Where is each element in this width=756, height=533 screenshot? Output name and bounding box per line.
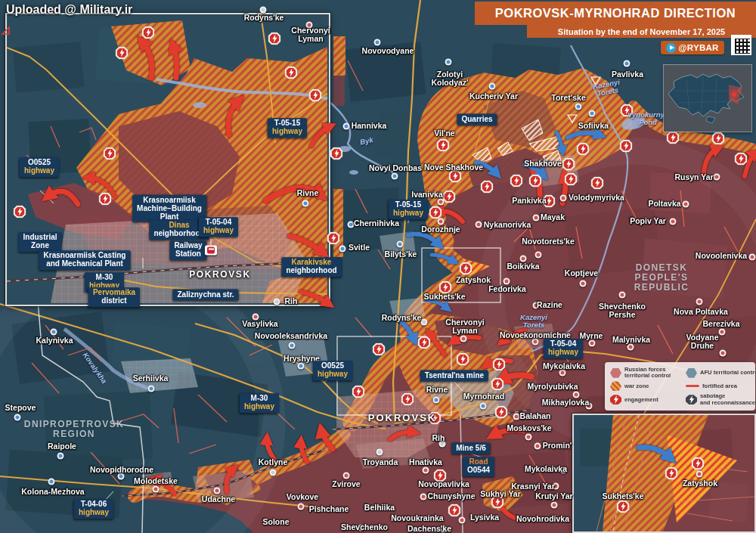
engagement-icon xyxy=(610,395,621,404)
legend-item: engagement xyxy=(610,393,681,406)
location-marker xyxy=(732,92,736,97)
rybar-badge[interactable]: @RYBAR xyxy=(661,41,724,54)
rybar-handle: @RYBAR xyxy=(678,43,718,52)
zatyshok-inset xyxy=(572,414,756,533)
russian-control-icon xyxy=(610,368,621,378)
map-title: POKROVSK-MYRNOHRAD DIRECTION xyxy=(495,6,736,20)
legend-label: sabotage and reconnaissance group xyxy=(700,393,756,405)
uploader-watermark: Uploaded @ Military.ir xyxy=(6,3,132,17)
ukraine-minimap xyxy=(664,65,751,132)
map-canvas[interactable]: Rodyns'keChervonyiLymanT-05-15highwayO05… xyxy=(0,0,756,533)
legend-item: AFU territorial control xyxy=(686,367,756,380)
legend-label: AFU territorial control xyxy=(700,370,756,376)
map-subtitle: Situation by the end of November 17, 202… xyxy=(558,27,725,36)
afu-control-icon xyxy=(686,368,697,378)
title-bar: POKROVSK-MYRNOHRAD DIRECTION xyxy=(475,2,756,25)
legend-item: sabotage and reconnaissance group xyxy=(686,393,756,406)
legend-label: Russian forces territorial control xyxy=(624,367,671,379)
qr-code xyxy=(731,35,751,55)
sabotage-group-icon xyxy=(686,395,697,404)
legend-label: engagement xyxy=(624,397,658,403)
watermark-triangle-icon xyxy=(2,26,11,35)
fortified-area-icon xyxy=(686,385,699,387)
legend-item: Russian forces territorial control xyxy=(610,367,681,380)
subtitle-bar: Situation by the end of November 17, 202… xyxy=(527,25,756,38)
map-legend: Russian forces territorial controlAFU te… xyxy=(605,362,755,411)
legend-label: war zone xyxy=(624,383,649,389)
legend-item: war zone xyxy=(610,380,681,393)
legend-item: fortified area xyxy=(686,380,756,393)
war-zone-icon xyxy=(610,381,621,391)
legend-label: fortified area xyxy=(702,383,737,389)
pokrovsk-city-inset xyxy=(5,13,330,306)
telegram-icon xyxy=(666,43,676,53)
